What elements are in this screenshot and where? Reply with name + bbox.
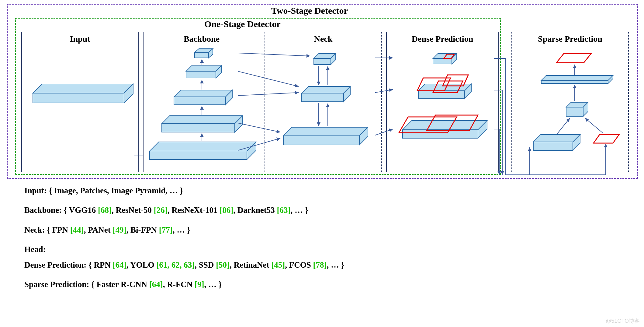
connector-dense-sparse xyxy=(493,32,633,202)
svg-line-53 xyxy=(375,129,393,135)
caption-head: Head: xyxy=(24,244,602,254)
two-stage-label: Two-Stage Detector xyxy=(271,5,348,16)
caption-neck: Neck: { FPN [44], PANet [49], Bi-FPN [77… xyxy=(24,225,602,235)
caption-sparse: Sparse Prediction: { Faster R-CNN [64], … xyxy=(24,280,602,289)
svg-marker-11 xyxy=(174,97,226,105)
caption-backbone: Backbone: { VGG16 [68], ResNet-50 [26], … xyxy=(24,205,602,215)
svg-marker-14 xyxy=(186,71,216,78)
svg-marker-13 xyxy=(186,66,221,71)
caption-input: Input: { Image, Patches, Image Pyramid, … xyxy=(24,186,602,195)
watermark: @51CTO博客 xyxy=(606,317,640,325)
caption-dense: Dense Prediction: { RPN [64], YOLO [61, … xyxy=(24,260,602,270)
diagram-area: Two-Stage Detector One-Stage Detector In… xyxy=(7,4,639,180)
svg-marker-0 xyxy=(33,84,133,93)
caption-area: Input: { Image, Patches, Image Pyramid, … xyxy=(24,186,602,299)
svg-marker-17 xyxy=(195,52,209,58)
connector-backbone-neck xyxy=(238,32,390,172)
svg-line-52 xyxy=(375,90,393,93)
svg-marker-5 xyxy=(150,151,247,160)
input-svg xyxy=(22,32,139,173)
svg-marker-7 xyxy=(162,116,243,124)
connector-neck-dense xyxy=(375,32,429,172)
one-stage-label: One-Stage Detector xyxy=(204,19,281,29)
svg-marker-8 xyxy=(162,124,235,132)
svg-marker-37 xyxy=(433,58,452,64)
svg-marker-1 xyxy=(33,93,124,103)
svg-marker-10 xyxy=(174,90,232,97)
input-block: Input xyxy=(21,32,139,172)
input-title: Input xyxy=(22,34,138,44)
